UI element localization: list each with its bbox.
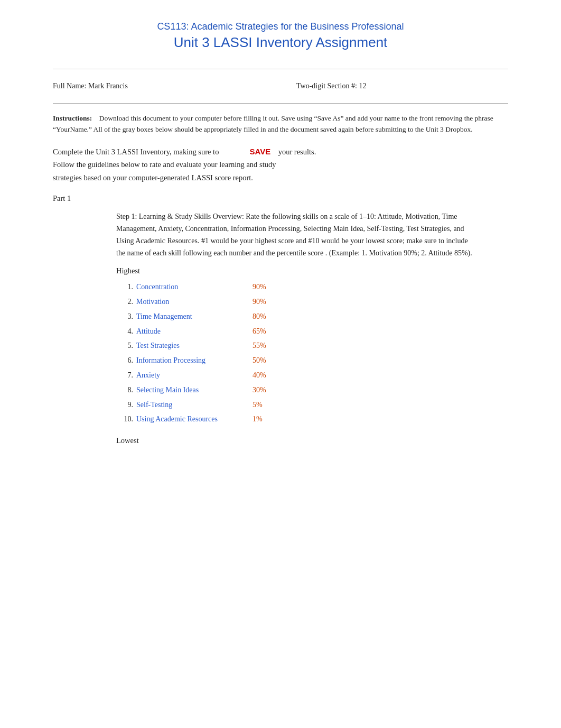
complete-line2: Follow the guidelines below to rate and … <box>53 160 276 169</box>
rank-percentile: 5% <box>253 399 279 411</box>
complete-line3: strategies based on your computer-genera… <box>53 173 253 182</box>
list-item: 1.Concentration90% <box>116 281 476 293</box>
list-item: 8.Selecting Main Ideas30% <box>116 384 476 397</box>
list-item: 9.Self-Testing5% <box>116 399 476 411</box>
step-section: Step 1: Learning & Study Skills Overview… <box>116 210 476 445</box>
name-field: Full Name: Mark Francis <box>53 82 265 90</box>
divider-middle <box>53 103 508 104</box>
rank-skill-name: Time Management <box>136 310 253 323</box>
rank-skill-name: Anxiety <box>136 369 253 382</box>
divider-top <box>53 69 508 69</box>
name-section: Full Name: Mark Francis Two-digit Sectio… <box>53 77 508 96</box>
rank-skill-name: Concentration <box>136 281 253 293</box>
list-item: 3.Time Management80% <box>116 310 476 323</box>
list-item: 2.Motivation90% <box>116 296 476 308</box>
rank-percentile: 55% <box>253 339 279 352</box>
rank-number: 3. <box>116 310 133 323</box>
rank-number: 9. <box>116 399 133 411</box>
rank-number: 5. <box>116 339 133 352</box>
highest-label: Highest <box>116 266 476 275</box>
section-field: Two-digit Section #: 12 <box>265 82 508 90</box>
course-title: CS113: Academic Strategies for the Busin… <box>53 21 508 32</box>
rank-number: 4. <box>116 325 133 338</box>
instructions-body: Download this document to your computer … <box>53 114 493 133</box>
lowest-label: Lowest <box>116 436 476 445</box>
rank-number: 2. <box>116 296 133 308</box>
list-item: 5.Test Strategies55% <box>116 339 476 352</box>
complete-line1-after: your results. <box>278 148 316 156</box>
rank-number: 8. <box>116 384 133 397</box>
rank-number: 10. <box>116 413 133 426</box>
complete-line1-before: Complete the Unit 3 LASSI Inventory, mak… <box>53 148 219 156</box>
rank-skill-name: Using Academic Resources <box>136 413 253 426</box>
rank-skill-name: Motivation <box>136 296 253 308</box>
rank-number: 1. <box>116 281 133 293</box>
instructions-label: Instructions: <box>53 114 92 122</box>
rank-percentile: 65% <box>253 325 279 338</box>
rank-number: 6. <box>116 354 133 367</box>
complete-text: Complete the Unit 3 LASSI Inventory, mak… <box>53 145 508 185</box>
part1-label: Part 1 <box>53 194 508 203</box>
rank-skill-name: Information Processing <box>136 354 253 367</box>
rank-percentile: 40% <box>253 369 279 382</box>
rank-percentile: 80% <box>253 310 279 323</box>
ranked-list: 1.Concentration90%2.Motivation90%3.Time … <box>116 281 476 426</box>
step-text: Step 1: Learning & Study Skills Overview… <box>116 210 476 259</box>
rank-skill-name: Self-Testing <box>136 399 253 411</box>
rank-skill-name: Test Strategies <box>136 339 253 352</box>
rank-skill-name: Attitude <box>136 325 253 338</box>
assignment-title: Unit 3 LASSI Inventory Assignment <box>53 34 508 51</box>
rank-percentile: 30% <box>253 384 279 397</box>
list-item: 4.Attitude65% <box>116 325 476 338</box>
rank-number: 7. <box>116 369 133 382</box>
rank-percentile: 90% <box>253 296 279 308</box>
rank-percentile: 90% <box>253 281 279 293</box>
save-word: SAVE <box>249 147 270 156</box>
page: CS113: Academic Strategies for the Busin… <box>0 0 561 728</box>
rank-percentile: 50% <box>253 354 279 367</box>
list-item: 10.Using Academic Resources1% <box>116 413 476 426</box>
rank-skill-name: Selecting Main Ideas <box>136 384 253 397</box>
header-section: CS113: Academic Strategies for the Busin… <box>53 21 508 56</box>
list-item: 7.Anxiety40% <box>116 369 476 382</box>
instructions-box: Instructions: Download this document to … <box>53 113 508 135</box>
list-item: 6.Information Processing50% <box>116 354 476 367</box>
rank-percentile: 1% <box>253 413 279 426</box>
